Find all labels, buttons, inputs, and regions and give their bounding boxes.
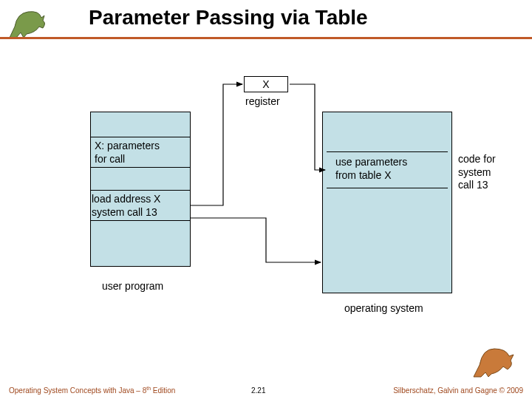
footer-book-title: Operating System Concepts with Java – 8 <box>9 386 146 395</box>
load-address-label: load address X system call 13 <box>92 193 160 219</box>
diagram-area: X register X: parameters for call load a… <box>81 70 517 329</box>
footer-page-number: 2.21 <box>251 386 265 395</box>
register-label: register <box>245 95 280 109</box>
user-program-box <box>90 112 191 267</box>
code-for-syscall-label: code for system call 13 <box>458 153 496 192</box>
footer-edition-suffix: Edition <box>151 386 175 395</box>
footer-left: Operating System Concepts with Java – 8t… <box>9 386 175 395</box>
use-params-label: use parameters from table X <box>335 156 407 182</box>
slide-footer: Operating System Concepts with Java – 8t… <box>0 381 532 395</box>
user-program-label: user program <box>102 280 163 293</box>
register-x-box: X <box>244 76 288 92</box>
slide-header: Parameter Passing via Table <box>0 0 532 44</box>
dinosaur-icon <box>469 340 521 381</box>
params-for-call-label: X: parameters for call <box>95 140 160 166</box>
header-divider <box>0 37 532 39</box>
operating-system-label: operating system <box>344 302 423 316</box>
footer-copyright: Silberschatz, Galvin and Gagne © 2009 <box>393 386 523 395</box>
operating-system-box <box>322 112 452 293</box>
slide-title: Parameter Passing via Table <box>89 6 368 30</box>
dinosaur-icon <box>6 4 58 41</box>
register-x-label: X <box>262 78 269 90</box>
